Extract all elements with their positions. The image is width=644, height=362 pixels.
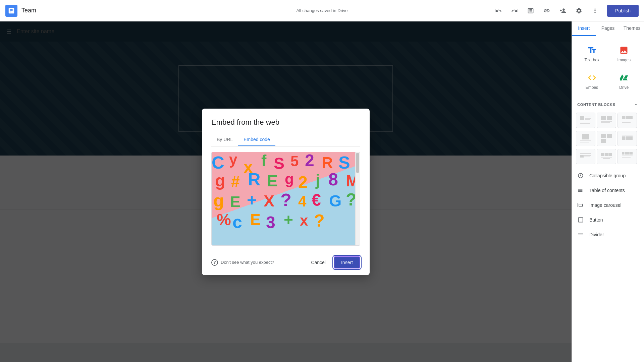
help-text: Don't see what you expect?: [221, 260, 274, 265]
images-label: Images: [618, 58, 631, 62]
modal-tabs: By URL Embed code: [211, 133, 360, 146]
publish-button[interactable]: Publish: [607, 5, 639, 17]
svg-rect-7: [607, 116, 612, 120]
topbar-actions: Publish: [492, 4, 639, 17]
svg-rect-15: [582, 134, 589, 139]
insert-grid: Text box Images Embed Driv: [572, 36, 644, 99]
insert-embed[interactable]: Embed: [576, 68, 608, 95]
share-button[interactable]: [556, 4, 570, 17]
divider-label: Divider: [589, 232, 604, 237]
undo-button[interactable]: [492, 4, 505, 17]
svg-rect-30: [605, 153, 608, 156]
block-thumb-4[interactable]: [576, 131, 595, 146]
drive-icon: [619, 73, 629, 82]
tab-by-url[interactable]: By URL: [211, 133, 238, 146]
cancel-button[interactable]: Cancel: [306, 257, 331, 268]
block-thumb-9[interactable]: [618, 149, 637, 164]
svg-rect-36: [627, 152, 630, 155]
redo-button[interactable]: [508, 4, 521, 17]
svg-rect-10: [622, 116, 625, 119]
block-thumb-5[interactable]: [597, 131, 616, 146]
insert-text-box[interactable]: Text box: [576, 40, 608, 68]
link-button[interactable]: [540, 4, 553, 17]
svg-rect-6: [601, 116, 606, 120]
sidebar-item-collapsible[interactable]: Collapsible group: [572, 168, 644, 183]
insert-drive[interactable]: Drive: [608, 68, 640, 95]
block-row-3: [576, 149, 640, 164]
svg-rect-11: [626, 116, 629, 119]
divider-icon: [577, 231, 584, 238]
content-blocks-grid: [572, 110, 644, 168]
modal-header: Embed from the web By URL Embed code: [202, 109, 370, 146]
preview-image: C y x f S 5 2 R S 3 g # R: [212, 152, 360, 245]
images-icon: [619, 46, 629, 55]
svg-rect-29: [601, 153, 604, 156]
svg-rect-22: [622, 136, 625, 140]
content-blocks-header: CONTENT BLOCKS: [572, 99, 644, 110]
embed-label: Embed: [586, 85, 598, 90]
block-thumb-1[interactable]: [576, 113, 595, 128]
svg-rect-18: [601, 134, 606, 138]
block-thumb-8[interactable]: [597, 149, 616, 164]
sidebar-item-divider[interactable]: Divider: [572, 227, 644, 242]
collapsible-icon: [577, 172, 584, 179]
svg-rect-35: [625, 152, 627, 155]
settings-button[interactable]: [572, 4, 586, 17]
block-thumb-6[interactable]: [618, 131, 637, 146]
embed-modal: Embed from the web By URL Embed code C y…: [202, 109, 370, 275]
sidebar-item-button[interactable]: Button: [572, 213, 644, 227]
tab-themes[interactable]: Themes: [620, 21, 644, 36]
svg-rect-24: [629, 136, 633, 140]
content-blocks-label: CONTENT BLOCKS: [577, 103, 615, 107]
text-box-label: Text box: [584, 58, 599, 62]
more-button[interactable]: [588, 4, 602, 17]
main-layout: ☰ Trivia is one of the m... knowledge, f…: [0, 21, 644, 362]
sidebar-item-toc[interactable]: Table of contents: [572, 183, 644, 198]
svg-rect-12: [629, 116, 633, 119]
text-box-icon: [587, 46, 597, 55]
block-thumb-2[interactable]: [597, 113, 616, 128]
help-icon: ?: [211, 259, 218, 266]
scrollbar-track: [355, 152, 360, 245]
button-label: Button: [589, 217, 603, 223]
collapsible-label: Collapsible group: [589, 173, 626, 178]
preview-container: C y x f S 5 2 R S 3 g # R: [211, 152, 360, 246]
insert-button[interactable]: Insert: [334, 256, 360, 268]
tab-embed-code[interactable]: Embed code: [238, 133, 275, 146]
modal-actions: Cancel Insert: [306, 256, 360, 268]
collapse-icon[interactable]: [633, 102, 639, 107]
carousel-label: Image carousel: [589, 202, 622, 208]
topbar: Team All changes saved in Drive Publish: [0, 0, 644, 21]
app-title: Team: [21, 7, 36, 14]
save-status: All changes saved in Drive: [296, 8, 347, 13]
preview-button[interactable]: [524, 4, 537, 17]
tab-pages[interactable]: Pages: [596, 21, 620, 36]
right-sidebar: Insert Pages Themes Text box Images: [572, 21, 644, 362]
modal-overlay: Embed from the web By URL Embed code C y…: [0, 21, 572, 362]
app-logo: [5, 5, 17, 17]
toc-icon: [577, 187, 584, 194]
svg-rect-37: [630, 152, 633, 155]
embed-icon: [587, 73, 597, 82]
canvas-area: ☰ Trivia is one of the m... knowledge, f…: [0, 21, 572, 362]
block-row-2: [576, 131, 640, 146]
svg-rect-19: [607, 134, 612, 138]
insert-images[interactable]: Images: [608, 40, 640, 68]
modal-body: C y x f S 5 2 R S 3 g # R: [202, 146, 370, 252]
svg-rect-20: [601, 139, 606, 143]
carousel-icon: [577, 202, 584, 208]
help-link[interactable]: ? Don't see what you expect?: [211, 259, 274, 266]
tab-insert[interactable]: Insert: [572, 21, 596, 36]
scrollbar-thumb[interactable]: [356, 153, 359, 173]
drive-label: Drive: [619, 85, 629, 90]
svg-rect-26: [580, 155, 584, 158]
sidebar-tabs: Insert Pages Themes: [572, 21, 644, 36]
sidebar-item-carousel[interactable]: Image carousel: [572, 198, 644, 213]
svg-rect-0: [580, 116, 584, 120]
svg-rect-34: [622, 152, 624, 155]
block-thumb-7[interactable]: [576, 149, 595, 164]
toc-label: Table of contents: [589, 188, 625, 193]
svg-rect-31: [608, 153, 612, 156]
modal-footer: ? Don't see what you expect? Cancel Inse…: [202, 252, 370, 275]
block-thumb-3[interactable]: [618, 113, 637, 128]
